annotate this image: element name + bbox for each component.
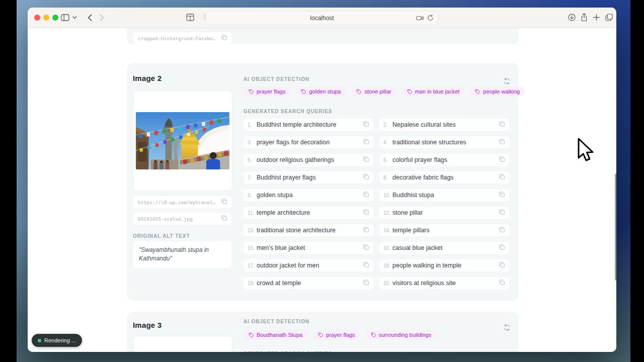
copy-icon[interactable]	[499, 243, 505, 252]
copy-icon[interactable]	[221, 198, 227, 207]
query-item[interactable]: 12.stone pillar	[379, 207, 509, 219]
tag-chip[interactable]: people walking	[470, 86, 525, 97]
query-item[interactable]: 18.people walking in temple	[379, 259, 509, 272]
query-item[interactable]: 7.Buddhist prayer flags	[244, 171, 373, 184]
copy-icon[interactable]	[499, 279, 505, 288]
query-item[interactable]: 5.outdoor religious gatherings	[244, 154, 373, 166]
copy-icon[interactable]	[221, 214, 227, 223]
tag-label: stone pillar	[364, 88, 391, 95]
copy-icon[interactable]	[363, 173, 369, 182]
tag-label: surrounding buildings	[379, 332, 432, 338]
query-item[interactable]: 4.traditional stone structures	[379, 136, 509, 148]
downloads-icon[interactable]	[568, 14, 576, 21]
image2-tags: prayer flags golden stupa stone pillar m…	[244, 86, 525, 97]
privacy-camera-icon[interactable]	[416, 14, 424, 23]
page-content: cropped-Hintergrund-Facebo… Image 2	[28, 28, 616, 352]
query-item[interactable]: 9.golden stupa	[244, 189, 373, 201]
copy-icon[interactable]	[499, 155, 505, 164]
tag-chip[interactable]: golden stupa	[296, 86, 346, 97]
tag-label: man in blue jacket	[415, 88, 460, 95]
tag-label: prayer flags	[257, 88, 285, 95]
object-detection-label: AI OBJECT DETECTION	[244, 76, 309, 82]
copy-icon[interactable]	[221, 34, 227, 43]
query-number: 7.	[248, 175, 257, 180]
back-button[interactable]	[88, 14, 92, 21]
query-text: outdoor religious gatherings	[257, 156, 363, 163]
chevron-down-icon[interactable]	[72, 16, 77, 19]
query-item[interactable]: 20.visitors at religious site	[379, 277, 509, 289]
query-item[interactable]: 13.traditional stone architecture	[244, 224, 373, 236]
query-number: 16.	[383, 245, 392, 251]
query-item[interactable]: 8.decorative fabric flags	[379, 171, 509, 184]
zoom-window-button[interactable]	[52, 15, 58, 21]
query-item[interactable]: 6.colorful prayer flags	[379, 154, 509, 166]
share-icon[interactable]	[581, 13, 588, 22]
copy-icon[interactable]	[363, 208, 369, 217]
copy-icon[interactable]	[499, 191, 505, 200]
tag-chip[interactable]: man in blue jacket	[402, 86, 465, 97]
query-text: temple pillars	[392, 227, 499, 234]
image3-thumbnail-card	[133, 336, 232, 352]
tag-chip[interactable]: Boudhanath Stupa	[244, 330, 307, 340]
copy-icon[interactable]	[499, 208, 505, 217]
tag-chip[interactable]: stone pillar	[351, 86, 396, 97]
query-item[interactable]: 16.casual blue jacket	[379, 242, 509, 254]
new-tab-icon[interactable]	[593, 14, 600, 21]
queries-label: GENERATED SEARCH QUERIES	[244, 109, 332, 114]
page-layout-icon[interactable]	[186, 14, 194, 21]
image2-url: https://i0.wp.com/mytravel…	[138, 200, 221, 205]
mouse-cursor-icon	[576, 138, 596, 166]
query-item[interactable]: 3.prayer flags for decoration	[244, 136, 373, 148]
query-item[interactable]: 19.crowd at temple	[244, 277, 373, 289]
browser-toolbar: localhost	[28, 8, 616, 28]
query-item[interactable]: 2.Nepalese cultural sites	[379, 119, 509, 131]
minimize-window-button[interactable]	[43, 15, 49, 21]
query-item[interactable]: 15.men's blue jacket	[244, 242, 373, 254]
copy-icon[interactable]	[363, 138, 369, 147]
query-number: 17.	[248, 263, 257, 268]
query-number: 13.	[248, 228, 257, 233]
copy-icon[interactable]	[499, 173, 505, 182]
refresh-icon[interactable]	[503, 77, 511, 87]
query-number: 4.	[383, 140, 392, 145]
tab-overview-icon[interactable]	[605, 14, 613, 21]
copy-icon[interactable]	[499, 226, 505, 235]
query-text: prayer flags for decoration	[257, 139, 363, 146]
copy-icon[interactable]	[363, 155, 369, 164]
query-item[interactable]: 11.temple architecture	[244, 207, 373, 219]
query-text: colorful prayer flags	[392, 156, 499, 163]
copy-icon[interactable]	[499, 261, 505, 270]
close-window-button[interactable]	[34, 15, 40, 21]
copy-icon[interactable]	[363, 279, 369, 288]
query-item[interactable]: 1.Buddhist temple architecture	[244, 119, 373, 131]
scrollbar[interactable]	[615, 173, 616, 281]
query-item[interactable]: 17.outdoor jacket for men	[244, 259, 373, 272]
image2-title: Image 2	[133, 74, 162, 82]
query-number: 10.	[383, 193, 392, 198]
copy-icon[interactable]	[499, 138, 505, 147]
forward-button[interactable]	[100, 14, 104, 21]
copy-icon[interactable]	[363, 226, 369, 235]
tag-chip[interactable]: prayer flags	[313, 330, 360, 340]
tag-chip[interactable]: prayer flags	[244, 86, 290, 97]
query-number: 1.	[248, 122, 257, 128]
query-text: Buddhist temple architecture	[257, 121, 363, 128]
copy-icon[interactable]	[363, 191, 369, 200]
sidebar-toggle-icon[interactable]	[61, 14, 69, 21]
refresh-icon[interactable]	[503, 324, 511, 333]
copy-icon[interactable]	[363, 261, 369, 270]
address-bar[interactable]: localhost	[206, 11, 438, 25]
copy-icon[interactable]	[363, 243, 369, 252]
query-item[interactable]: 10.Buddhist stupa	[379, 189, 509, 201]
copy-icon[interactable]	[499, 120, 505, 129]
query-text: golden stupa	[257, 192, 363, 199]
alt-text-card: "Swayambhunath stupa in Kathmandu"	[133, 241, 231, 268]
image2-section: Image 2	[127, 63, 518, 301]
query-number: 18.	[383, 263, 392, 268]
tag-chip[interactable]: surrounding buildings	[366, 330, 437, 340]
reload-icon[interactable]	[427, 14, 434, 23]
query-item[interactable]: 14.temple pillars	[379, 224, 509, 236]
copy-icon[interactable]	[363, 120, 369, 129]
tag-label: prayer flags	[326, 332, 355, 338]
alt-text-value: "Swayambhunath stupa in Kathmandu"	[139, 246, 209, 262]
